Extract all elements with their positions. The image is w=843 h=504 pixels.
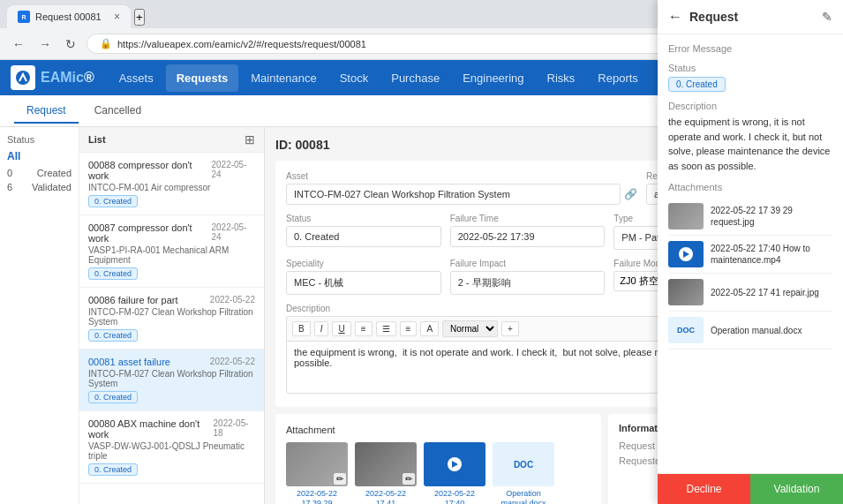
tab-cancelled[interactable]: Cancelled [82, 99, 154, 124]
created-count: 0 [7, 168, 12, 178]
item-badge: 0. Created [88, 195, 138, 207]
list-title: List [88, 134, 106, 145]
panel-validate-button[interactable]: Validation [750, 474, 843, 504]
item-sub: INTCO-FM-001 Air compressor [88, 183, 255, 192]
favicon: R [18, 11, 30, 23]
insert-button[interactable]: + [501, 321, 519, 336]
panel-thumb-info-1: 2022-05-22 17 39 29 request.jpg [711, 205, 832, 228]
thumb-img-2: ✏ [355, 442, 417, 486]
panel-attachment-list: 2022-05-22 17 39 29 request.jpg 2022-05-… [668, 198, 832, 350]
status-created[interactable]: 0 Created [7, 168, 72, 178]
tab-title: Request 00081 [35, 11, 102, 22]
panel-decline-button[interactable]: Decline [658, 474, 750, 504]
panel-description-label: Description [668, 101, 832, 111]
back-button[interactable]: ← [668, 9, 682, 25]
left-panel: Status All 0 Created 6 Validated List [0, 127, 265, 504]
item-badge: 0. Created [88, 463, 138, 476]
back-button[interactable]: ← [9, 35, 28, 53]
italic-button[interactable]: I [314, 321, 329, 336]
item-sub: VASP1-PI-RA-001 Mechanical ARM Equipment [88, 245, 255, 265]
thumb-img-1: ✏ [286, 442, 348, 486]
list-header: List ⊞ [79, 127, 264, 153]
attachment-card: Attachment ✏ 2022-05-2217 39 29request.j… [275, 414, 601, 504]
nav-purchase[interactable]: Purchase [380, 64, 450, 92]
attachment-thumbs: ✏ 2022-05-2217 39 29request.jpg 🗑 ✏ [286, 442, 591, 504]
video-label: 2022-05-22 17:40How tomaintenance.mp4 [424, 489, 485, 504]
item-title: 00087 compressor don't work [88, 222, 211, 244]
nav-requests[interactable]: Requests [166, 64, 239, 92]
color-button[interactable]: A [420, 321, 439, 336]
nav-assets[interactable]: Assets [109, 64, 164, 92]
item-sub: INTCO-FM-027 Clean Workshop Filtration S… [88, 369, 255, 388]
validated-count: 6 [7, 182, 12, 192]
ordered-list-button[interactable]: ☰ [376, 321, 396, 336]
form-group-status: Status 0. Created [286, 214, 441, 247]
form-group-failure-time: Failure Time 2022-05-22 17:39 [450, 214, 606, 247]
nav-reports[interactable]: Reports [587, 64, 649, 92]
tab-close-button[interactable]: × [114, 11, 120, 23]
item-title: 00080 ABX machine don't work [88, 418, 214, 440]
filter-icon[interactable]: ⊞ [245, 132, 255, 147]
forward-button[interactable]: → [35, 35, 55, 53]
list-item[interactable]: 00080 ABX machine don't work 2022-05-18 … [79, 411, 264, 484]
list-item[interactable]: 00088 compressor don't work 2022-05-24 I… [79, 153, 264, 215]
panel-edit-button[interactable]: ✎ [822, 10, 832, 24]
panel-description-value: the equipment is wrong, it is not operat… [668, 115, 832, 173]
nav-engineering[interactable]: Engineering [452, 64, 534, 92]
thumb-label-2: 2022-05-2217 41repair.jpg [355, 489, 417, 504]
attachment-thumb-2: ✏ 2022-05-2217 41repair.jpg 🗑 ✏ [355, 442, 417, 504]
asset-input[interactable]: INTCO-FM-027 Clean Workshop Filtration S… [286, 184, 621, 205]
attachment-thumb-video: 2022-05-22 17:40How tomaintenance.mp4 🗑 … [424, 442, 485, 504]
panel-thumb-3 [668, 279, 704, 305]
attachment-thumb-doc: DOC Operationmanual.docx 🗑 ✏ [493, 442, 554, 504]
bold-button[interactable]: B [292, 321, 311, 336]
thumb-edit-icon-1[interactable]: ✏ [334, 473, 346, 485]
align-button[interactable]: ≡ [400, 321, 418, 336]
panel-thumb-info-2: 2022-05-22 17:40 How to maintenance.mp4 [711, 243, 832, 266]
underline-button[interactable]: U [332, 321, 350, 336]
refresh-button[interactable]: ↻ [62, 35, 79, 53]
list-section: List ⊞ 00088 compressor don't work 2022-… [79, 127, 264, 504]
nav-stock[interactable]: Stock [329, 64, 380, 92]
nav-maintenance[interactable]: Maintenance [240, 64, 327, 92]
panel-doc-label: Operation manual.docx [711, 325, 802, 336]
asset-label: Asset [286, 171, 637, 181]
failure-time-input[interactable]: 2022-05-22 17:39 [450, 226, 606, 247]
thumb-edit-icon-2[interactable]: ✏ [403, 473, 415, 485]
status-all[interactable]: All [7, 150, 72, 162]
item-sub: INTCO-FM-027 Clean Workshop Filtration S… [88, 307, 255, 327]
list-item-active[interactable]: 00081 asset failure 2022-05-22 INTCO-FM-… [79, 350, 264, 411]
mobile-panel: ← Request ✎ Error Message Status 0. Crea… [658, 0, 843, 504]
error-message-label: Error Message [668, 43, 832, 54]
logo-icon [11, 65, 35, 90]
form-group-speciality: Speciality MEC - 机械 [286, 259, 441, 295]
panel-attachment-item-doc: DOC Operation manual.docx [668, 312, 832, 350]
item-date: 2022-05-24 [211, 222, 255, 242]
panel-title: Request [689, 10, 738, 24]
tab-request[interactable]: Request [14, 99, 79, 124]
video-thumb [424, 442, 485, 486]
status-validated[interactable]: 6 Validated [7, 182, 72, 192]
attachment-title: Attachment [286, 425, 591, 435]
play-icon [448, 457, 462, 471]
panel-body: Error Message Status 0. Created Descript… [658, 34, 843, 473]
font-size-select[interactable]: Normal [442, 320, 498, 337]
thumb-label-1: 2022-05-2217 39 29request.jpg [286, 489, 348, 504]
nav-risks[interactable]: Risks [537, 64, 586, 92]
new-tab-button[interactable]: + [134, 9, 145, 26]
list-item[interactable]: 00087 compressor don't work 2022-05-24 V… [79, 215, 264, 288]
item-badge: 0. Created [88, 267, 138, 280]
item-title: 00086 failure for part [88, 295, 178, 305]
item-date: 2022-05-24 [211, 160, 255, 179]
browser-tab[interactable]: R Request 00081 × [7, 5, 131, 28]
failure-time-label: Failure Time [450, 214, 606, 223]
asset-link-icon[interactable]: 🔗 [624, 188, 637, 200]
failure-impact-select[interactable]: 2 - 早期影响 [450, 271, 606, 295]
form-group-asset: Asset INTCO-FM-027 Clean Workshop Filtra… [286, 171, 637, 205]
panel-status-label: Status [668, 63, 832, 73]
speciality-select[interactable]: MEC - 机械 [286, 271, 441, 295]
status-select[interactable]: 0. Created [286, 226, 441, 247]
panel-play-icon [679, 247, 693, 261]
list-button[interactable]: ≡ [355, 321, 373, 336]
list-item[interactable]: 00086 failure for part 2022-05-22 INTCO-… [79, 288, 264, 350]
